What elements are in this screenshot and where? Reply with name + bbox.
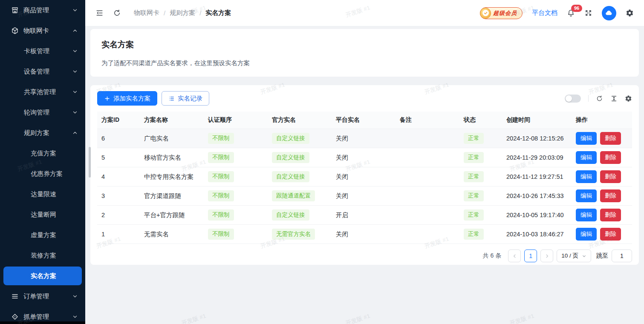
sidebar-item-label: 卡板管理 [24,47,49,55]
order-tag: 不限制 [208,229,234,240]
sidebar-item-12[interactable]: 装修方案 [0,245,85,266]
delete-button[interactable]: 删除 [600,151,621,164]
delete-button[interactable]: 删除 [600,132,621,145]
menu-fold-icon[interactable] [95,9,104,17]
table-refresh-icon[interactable] [596,95,603,102]
sidebar-item-1[interactable]: 物联网卡 [0,20,85,41]
column-settings-icon[interactable] [625,95,632,102]
column-header: 平台实名 [332,112,396,129]
refresh-icon[interactable] [113,9,121,17]
sidebar-item-label: 抓单管理 [23,313,49,321]
official-cell: 无需官方实名 [268,225,332,244]
sidebar-scrollbar[interactable] [89,147,91,178]
edit-button[interactable]: 编辑 [576,151,597,164]
breadcrumb-separator: / [164,9,165,17]
sidebar-item-15[interactable]: 抓单管理 [0,307,85,324]
edit-button[interactable]: 编辑 [576,209,597,221]
order-cell: 不限制 [204,206,268,225]
status-tag: 正常 [464,133,484,144]
sidebar-item-14[interactable]: 订单管理 [0,286,85,307]
status-cell: 正常 [459,148,502,167]
sidebar-item-7[interactable]: 充值方案 [0,143,85,163]
aim-icon [11,313,19,321]
name-cell: 平台+官方跟随 [140,206,204,225]
watermark: 开发版 #1 [509,312,535,324]
platform-cell: 开启 [332,206,396,225]
chevron-down-icon [72,110,78,115]
sidebar-item-4[interactable]: 共享池管理 [0,82,85,102]
status-tag: 正常 [464,209,484,221]
status-tag: 正常 [464,190,484,201]
name-cell: 移动官方实名 [140,148,204,167]
settings-gear-icon[interactable] [626,9,634,17]
sidebar-item-2[interactable]: 卡板管理 [0,41,85,61]
sidebar-item-13[interactable]: 实名方案 [3,267,82,285]
platform-doc-link[interactable]: 平台文档 [532,9,557,17]
realname-record-button[interactable]: 实名记录 [162,91,209,106]
toolbar-toggle[interactable] [565,95,581,103]
page-number-button[interactable]: 1 [524,249,537,262]
chevron-down-icon [72,314,78,319]
page-size-select[interactable]: 10 / 页 [557,249,591,262]
app: 商品管理物联网卡卡板管理设备管理共享池管理轮询管理规则方案充值方案优惠券方案达量… [0,0,644,324]
platform-cell: 关闭 [332,225,396,244]
sidebar-item-5[interactable]: 轮询管理 [0,102,85,123]
id-cell: 2 [97,206,140,225]
created-cell: 2024-10-03 18:46:27 [502,225,572,244]
order-cell: 不限制 [204,186,268,206]
sidebar-menu: 商品管理物联网卡卡板管理设备管理共享池管理轮询管理规则方案充值方案优惠券方案达量… [0,0,85,324]
sidebar-item-label: 订单管理 [23,292,49,301]
jump-page-input[interactable] [612,249,632,262]
sidebar-item-label: 实名方案 [31,272,56,280]
breadcrumb-separator: / [199,9,201,17]
official-cell: 自定义链接 [268,206,332,225]
edit-button[interactable]: 编辑 [576,170,597,183]
actions-cell: 编辑删除 [572,129,632,148]
order-cell: 不限制 [204,225,268,244]
table-header-row: 方案ID方案名称认证顺序官方实名平台实名备注状态创建时间操作 [97,112,632,129]
column-header: 创建时间 [502,112,572,129]
sidebar-item-10[interactable]: 达量断网 [0,204,85,225]
breadcrumb-item-0[interactable]: 物联网卡 [134,9,159,17]
sidebar-item-8[interactable]: 优惠券方案 [0,163,85,184]
edit-button[interactable]: 编辑 [576,189,597,202]
delete-button[interactable]: 删除 [600,209,621,221]
vip-badge[interactable]: 超级会员 [480,7,523,19]
row-height-icon[interactable] [610,95,618,102]
watermark: 开发版 #1 [181,312,207,324]
created-cell: 2024-10-05 19:17:40 [502,206,572,225]
fullscreen-icon[interactable] [584,9,592,17]
breadcrumb-item-1[interactable]: 规则方案 [170,9,195,17]
sidebar-item-label: 商品管理 [23,6,49,14]
edit-button[interactable]: 编辑 [576,228,597,241]
sidebar-item-9[interactable]: 达量限速 [0,184,85,204]
edit-button[interactable]: 编辑 [576,132,597,145]
sidebar-item-11[interactable]: 虚量方案 [0,225,85,245]
sidebar-item-0[interactable]: 商品管理 [0,0,85,20]
sidebar: 商品管理物联网卡卡板管理设备管理共享池管理轮询管理规则方案充值方案优惠券方案达量… [0,0,85,324]
created-cell: 2024-12-08 12:15:26 [502,129,572,148]
delete-button[interactable]: 删除 [600,189,621,202]
sidebar-item-label: 轮询管理 [24,109,49,117]
chevron-down-icon [72,89,78,95]
user-avatar[interactable] [602,6,616,20]
chevron-up-icon [72,28,78,33]
notification-bell-icon[interactable]: 96 [567,9,575,17]
pagination: 共 6 条 1 10 / 页 跳至 [97,249,632,262]
sidebar-item-label: 优惠券方案 [31,170,63,178]
sidebar-item-label: 规则方案 [24,129,49,137]
prev-page-button[interactable] [508,249,521,262]
column-header: 官方实名 [268,112,332,129]
page-title: 实名方案 [101,39,628,50]
next-page-button[interactable] [540,249,553,262]
actions-cell: 编辑删除 [572,225,632,244]
platform-cell: 关闭 [332,186,396,206]
column-header: 方案ID [97,112,140,129]
official-cell: 自定义链接 [268,129,332,148]
sidebar-item-3[interactable]: 设备管理 [0,61,85,82]
table-row: 1无需实名不限制无需官方实名关闭正常2024-10-03 18:46:27编辑删… [97,225,632,244]
delete-button[interactable]: 删除 [600,170,621,183]
sidebar-item-6[interactable]: 规则方案 [0,123,85,143]
delete-button[interactable]: 删除 [600,228,621,241]
add-plan-button[interactable]: 添加实名方案 [97,91,157,106]
